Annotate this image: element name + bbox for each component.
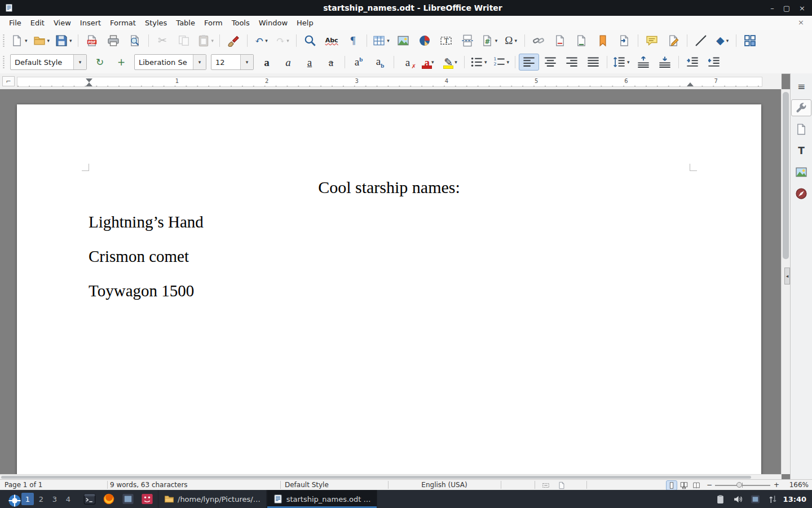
zoom-in-button[interactable]: +	[774, 481, 779, 489]
page-count-status[interactable]: Page 1 of 1	[5, 481, 42, 489]
dropdown-caret[interactable]: ▾	[514, 38, 517, 43]
clear-formatting-button[interactable]: a✗	[398, 54, 418, 71]
volume-tray-icon[interactable]	[732, 492, 744, 506]
basic-shapes-button[interactable]: ◆▾	[712, 32, 732, 49]
toolbar-grip[interactable]	[2, 55, 5, 69]
increase-paragraph-spacing-button[interactable]	[633, 54, 654, 71]
minimize-button[interactable]: –	[770, 4, 774, 12]
menu-insert[interactable]: Insert	[76, 16, 105, 29]
insert-endnote-button[interactable]	[571, 32, 592, 49]
dropdown-caret[interactable]: ▾	[726, 38, 729, 43]
menu-edit[interactable]: Edit	[26, 16, 49, 29]
paragraph-style-dropdown[interactable]: ▾	[73, 55, 86, 69]
increase-indent-button[interactable]	[682, 54, 703, 71]
numbered-list-button[interactable]: ▾	[491, 54, 512, 71]
horizontal-ruler[interactable]: 1234567	[17, 77, 762, 87]
document-paragraph[interactable]: Lightning’s Hand	[89, 212, 761, 231]
dropdown-caret[interactable]: ▾	[484, 59, 487, 65]
left-indent-marker[interactable]	[86, 82, 92, 86]
dropdown-caret[interactable]: ▾	[25, 38, 28, 43]
selection-mode-toggle[interactable]	[540, 480, 551, 491]
page-tab[interactable]	[791, 121, 811, 138]
files-launcher[interactable]	[121, 492, 135, 506]
single-page-view-button[interactable]	[666, 480, 677, 491]
properties-tab[interactable]	[791, 99, 811, 116]
menu-view[interactable]: View	[49, 16, 76, 29]
network-tray-icon[interactable]	[767, 492, 779, 506]
insert-hyperlink-button[interactable]	[528, 32, 549, 49]
subscript-button[interactable]: ab	[370, 54, 390, 71]
multi-page-view-button[interactable]	[678, 480, 690, 491]
print-preview-button[interactable]	[125, 32, 145, 49]
maximize-button[interactable]: ▢	[783, 4, 790, 12]
taskbar-writer-window[interactable]: startship_names.odt …	[267, 490, 377, 508]
zoom-out-button[interactable]: −	[707, 481, 712, 489]
insert-cross-reference-button[interactable]	[614, 32, 634, 49]
insert-image-button[interactable]	[393, 32, 413, 49]
horizontal-scrollbar-thumb[interactable]	[1, 476, 751, 479]
styles-tab[interactable]: T	[791, 142, 811, 159]
clipboard-tray-icon[interactable]	[715, 492, 726, 506]
sidebar-show-arrow[interactable]: ◂	[784, 268, 790, 284]
toolbar-grip[interactable]	[2, 34, 5, 47]
insert-table-button[interactable]: ▾	[370, 32, 392, 49]
zoom-slider-handle[interactable]	[736, 482, 742, 488]
document-modified-indicator[interactable]	[556, 480, 567, 491]
right-indent-marker[interactable]	[687, 82, 694, 86]
highlight-color-button[interactable]: ✎▾	[440, 54, 461, 71]
spelling-button[interactable]: Abc	[321, 32, 342, 49]
insert-comment-button[interactable]	[642, 32, 662, 49]
open-button[interactable]: ▾	[31, 32, 52, 49]
vertical-scrollbar-thumb[interactable]	[783, 92, 789, 259]
media-launcher[interactable]	[140, 492, 155, 506]
menu-format[interactable]: Format	[105, 16, 140, 29]
align-justify-button[interactable]	[583, 54, 603, 71]
page-break-button[interactable]	[457, 32, 478, 49]
font-color-button[interactable]: a▾	[419, 54, 439, 71]
save-button[interactable]: ▾	[53, 32, 74, 49]
taskbar-file-manager-window[interactable]: /home/lynp/Pictures/…	[158, 490, 267, 508]
word-count-status[interactable]: 9 words, 63 characters	[110, 481, 188, 489]
terminal-launcher[interactable]	[82, 492, 97, 506]
dropdown-caret[interactable]: ▾	[627, 59, 630, 65]
export-pdf-button[interactable]	[82, 32, 102, 49]
line-spacing-button[interactable]: ▾	[611, 54, 632, 71]
dropdown-caret[interactable]: ▾	[47, 38, 50, 43]
navigator-tab[interactable]	[791, 185, 811, 202]
sidebar-settings-tab[interactable]: ≡	[791, 78, 811, 95]
align-right-button[interactable]	[562, 54, 582, 71]
workspace-4[interactable]: 4	[62, 493, 74, 505]
applications-menu-button[interactable]	[5, 492, 25, 508]
menu-file[interactable]: File	[5, 16, 26, 29]
new-style-button[interactable]: +	[111, 54, 131, 71]
insert-chart-button[interactable]	[414, 32, 435, 49]
dropdown-caret[interactable]: ▾	[495, 38, 498, 43]
tab-stop-selector[interactable]: ⌐	[2, 76, 15, 86]
menu-tools[interactable]: Tools	[227, 16, 254, 29]
book-view-button[interactable]	[691, 480, 702, 491]
paragraph-style-combo[interactable]: Default Style ▾	[10, 54, 87, 70]
document-heading[interactable]: Cool starship names:	[17, 178, 761, 197]
menu-window[interactable]: Window	[254, 16, 292, 29]
insert-field-button[interactable]: ▾	[479, 32, 500, 49]
undo-button[interactable]: ↶▾	[251, 32, 271, 49]
language-status[interactable]: English (USA)	[389, 481, 500, 489]
document-paragraph[interactable]: Toywagon 1500	[89, 281, 761, 300]
insert-line-button[interactable]	[691, 32, 711, 49]
close-document-button[interactable]: ×	[798, 18, 804, 27]
font-name-dropdown[interactable]: ▾	[193, 55, 206, 69]
clone-formatting-button[interactable]	[223, 32, 244, 49]
document-page[interactable]: Cool starship names: Lightning’s Hand Cr…	[17, 104, 761, 474]
special-character-button[interactable]: Ω▾	[501, 32, 521, 49]
align-left-button[interactable]	[519, 54, 539, 71]
files-tray-icon[interactable]	[750, 492, 761, 506]
menu-form[interactable]: Form	[200, 16, 227, 29]
superscript-button[interactable]: ab	[348, 54, 369, 71]
decrease-paragraph-spacing-button[interactable]	[655, 54, 675, 71]
find-replace-button[interactable]	[300, 32, 320, 49]
new-document-button[interactable]: ▾	[8, 32, 30, 49]
zoom-level-value[interactable]: 166%	[789, 481, 809, 489]
update-style-button[interactable]: ↻	[90, 54, 110, 71]
insert-footnote-button[interactable]	[550, 32, 570, 49]
cut-button[interactable]: ✂	[152, 32, 173, 49]
